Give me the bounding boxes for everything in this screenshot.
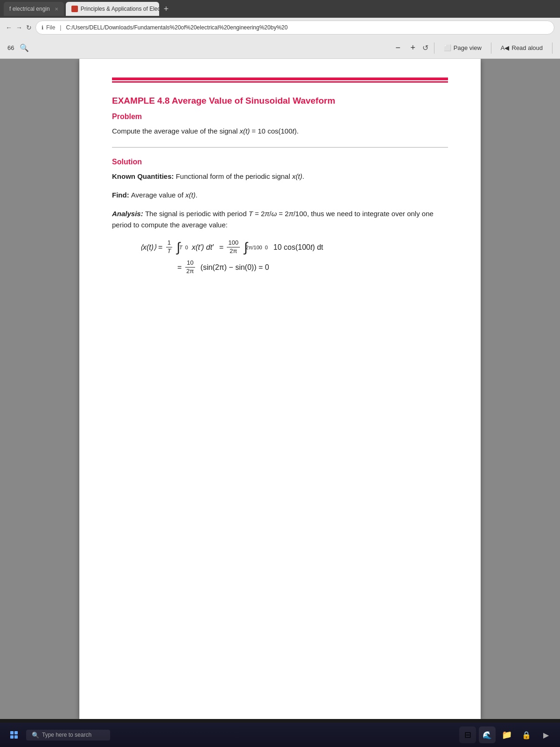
tab-bar: f electrical engin ✕ Principles & Applic… bbox=[0, 0, 560, 18]
math-eq1: = bbox=[158, 239, 162, 255]
math-equations: ⟨x(t)⟩ = 1 T ∫ T 0 x(t′) dt′ = 100 2π bbox=[140, 239, 448, 275]
taskbar-icon-file[interactable]: 📁 bbox=[498, 726, 515, 743]
pdf-icon bbox=[71, 6, 78, 12]
known-label: Known Quantities: bbox=[112, 172, 176, 180]
address-bar[interactable]: ℹ File | C:/Users/DELL/Downloads/Fundame… bbox=[35, 21, 554, 35]
frac1-numerator: 1 bbox=[166, 239, 172, 247]
find-label: Find: bbox=[112, 191, 131, 199]
math-lhs: ⟨x(t)⟩ bbox=[140, 239, 156, 255]
read-aloud-label: Read aloud bbox=[512, 44, 543, 51]
page-number[interactable]: 66 bbox=[7, 44, 14, 51]
analysis-text: Analysis: The signal is periodic with pe… bbox=[112, 208, 448, 231]
read-aloud-button[interactable]: A◀ Read aloud bbox=[497, 42, 546, 53]
red-bar-thin bbox=[112, 81, 448, 83]
search-text: Type here to search bbox=[42, 732, 91, 738]
known-quantities: Known Quantities: Functional form of the… bbox=[112, 171, 448, 182]
page-view-icon: ⬜ bbox=[444, 44, 451, 51]
taskbar-icon-cortana[interactable]: ⊟ bbox=[459, 726, 476, 743]
address-bar-row: ← → ↻ ℹ File | C:/Users/DELL/Downloads/F… bbox=[0, 18, 560, 37]
frac2-denominator: 2π bbox=[228, 247, 238, 255]
toolbar-separator-3 bbox=[552, 42, 553, 54]
pdf-content: EXAMPLE 4.8 Average Value of Sinusoidal … bbox=[0, 59, 560, 719]
search-icon-taskbar: 🔍 bbox=[32, 732, 39, 739]
win-grid-cell-4 bbox=[14, 735, 18, 739]
red-bar-top bbox=[112, 78, 448, 80]
tab-electrical-engin[interactable]: f electrical engin ✕ bbox=[4, 2, 64, 16]
zoom-controls: − + ↺ bbox=[392, 42, 428, 54]
math-row-1: ⟨x(t)⟩ = 1 T ∫ T 0 x(t′) dt′ = 100 2π bbox=[140, 239, 448, 255]
win-grid-cell-2 bbox=[14, 731, 18, 734]
windows-grid-icon bbox=[10, 731, 18, 739]
taskbar: 🔍 Type here to search ⊟ 🌊 📁 🔒 ▶ bbox=[0, 723, 560, 747]
windows-button[interactable] bbox=[6, 726, 22, 743]
win-grid-cell-3 bbox=[10, 735, 14, 739]
integrand-1: x(t′) dt′ bbox=[192, 239, 214, 255]
integral-1-upper: T bbox=[179, 242, 182, 253]
search-icon[interactable]: 🔍 bbox=[20, 43, 29, 52]
file-icon: ℹ bbox=[42, 25, 43, 31]
problem-text: Compute the average value of the signal … bbox=[112, 126, 448, 137]
example-title: EXAMPLE 4.8 Average Value of Sinusoidal … bbox=[112, 96, 448, 106]
integral-2-lower: 0 bbox=[265, 242, 268, 253]
frac3-denominator: 2π bbox=[185, 268, 195, 275]
tab-principles[interactable]: Principles & Applications of Elec ✕ bbox=[66, 2, 159, 16]
browser-chrome: f electrical engin ✕ Principles & Applic… bbox=[0, 0, 560, 59]
browser-icon: 🌊 bbox=[483, 731, 492, 740]
problem-label: Problem bbox=[112, 113, 448, 121]
win-grid-cell-1 bbox=[10, 731, 14, 734]
media-icon: ▶ bbox=[543, 731, 549, 740]
fraction-100-over-2pi: 100 2π bbox=[227, 239, 240, 255]
pdf-toolbar: 66 🔍 − + ↺ ⬜ Page view A◀ Read aloud bbox=[0, 37, 560, 59]
math-eq3: = bbox=[177, 259, 182, 275]
forward-icon[interactable]: → bbox=[16, 24, 22, 31]
find-text: Find: Average value of x(t). bbox=[112, 190, 448, 201]
page-view-label: Page view bbox=[454, 44, 482, 51]
math-rest: (sin(2π) − sin(0)) = 0 bbox=[201, 259, 269, 275]
integrand-2: 10 cos(100t) dt bbox=[273, 239, 323, 255]
fraction-10-over-2pi: 10 2π bbox=[185, 259, 195, 275]
zoom-minus-button[interactable]: − bbox=[392, 42, 404, 54]
address-separator: | bbox=[60, 24, 61, 31]
analysis-label: Analysis: bbox=[112, 210, 145, 218]
zoom-plus-button[interactable]: + bbox=[407, 42, 419, 54]
cortana-icon: ⊟ bbox=[464, 730, 471, 740]
search-bar[interactable]: 🔍 Type here to search bbox=[26, 730, 110, 740]
math-eq2: = bbox=[219, 239, 224, 255]
read-aloud-icon: A◀ bbox=[501, 44, 510, 51]
new-tab-button[interactable]: + bbox=[161, 4, 172, 14]
pdf-page: EXAMPLE 4.8 Average Value of Sinusoidal … bbox=[79, 59, 481, 719]
address-prefix: File bbox=[46, 24, 55, 31]
tab2-label: Principles & Applications of Elec bbox=[81, 6, 159, 12]
address-text: C:/Users/DELL/Downloads/Fundamentals%20o… bbox=[66, 24, 287, 31]
frac2-numerator: 100 bbox=[227, 239, 240, 247]
tab1-close[interactable]: ✕ bbox=[55, 7, 58, 12]
integral-2-upper: 2π/100 bbox=[246, 242, 262, 253]
frac3-numerator: 10 bbox=[185, 259, 195, 268]
shield-icon: 🔒 bbox=[522, 731, 531, 740]
rotate-icon[interactable]: ↺ bbox=[422, 43, 428, 52]
math-row-2: = 10 2π (sin(2π) − sin(0)) = 0 bbox=[177, 259, 448, 275]
tab1-label: f electrical engin bbox=[9, 6, 50, 12]
solution-label: Solution bbox=[112, 158, 448, 166]
section-divider bbox=[112, 147, 448, 148]
page-view-button[interactable]: ⬜ Page view bbox=[440, 42, 485, 53]
taskbar-icon-media[interactable]: ▶ bbox=[538, 726, 554, 743]
taskbar-icons: ⊟ 🌊 📁 🔒 ▶ bbox=[459, 726, 554, 743]
file-manager-icon: 📁 bbox=[502, 730, 512, 740]
refresh-icon[interactable]: ↻ bbox=[26, 24, 32, 31]
frac1-denominator: T bbox=[166, 247, 172, 255]
taskbar-icon-browser[interactable]: 🌊 bbox=[479, 726, 496, 743]
taskbar-icon-security[interactable]: 🔒 bbox=[518, 726, 535, 743]
fraction-1-over-T: 1 T bbox=[166, 239, 172, 255]
integral-1-lower: 0 bbox=[185, 242, 188, 253]
toolbar-separator-1 bbox=[434, 42, 434, 54]
back-icon[interactable]: ← bbox=[6, 24, 12, 31]
toolbar-separator-2 bbox=[491, 42, 491, 54]
